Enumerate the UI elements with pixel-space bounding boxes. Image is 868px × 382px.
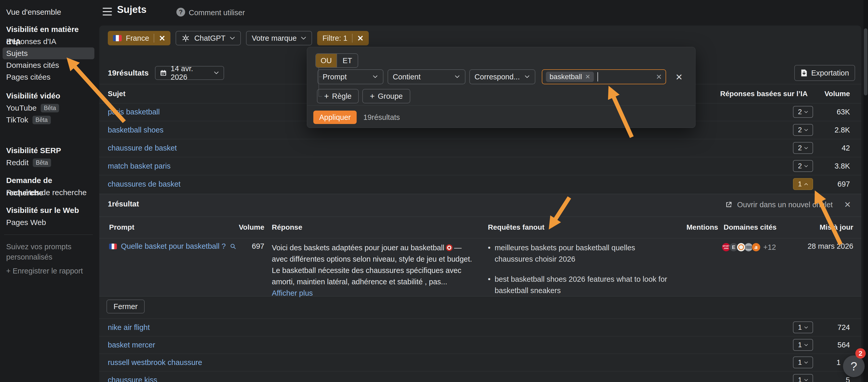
france-flag-icon (113, 35, 122, 41)
answers-dropdown-button[interactable]: 2 (793, 142, 813, 154)
detail-column-mentions: Mentions (686, 217, 718, 238)
prompt-link[interactable]: Quelle basket pour basketball ? (121, 242, 226, 251)
column-header-topic[interactable]: Sujet (108, 84, 125, 103)
apply-button[interactable]: Appliquer (313, 110, 356, 124)
how-to-use-link[interactable]: Comment utiliser (189, 8, 245, 17)
answers-dropdown-button[interactable]: 1 (793, 374, 813, 382)
open-new-tab-label: Ouvrir dans un nouvel onglet (737, 200, 833, 209)
sidebar-item-search-queries[interactable]: Requêtes de recherche (3, 187, 94, 198)
volume-value: 2.8K (835, 121, 850, 139)
topic-link[interactable]: paris basketball (108, 103, 160, 121)
column-header-volume[interactable]: Volume (825, 84, 850, 103)
operator-or-tab[interactable]: OU (316, 54, 337, 67)
sidebar-section-ai-visibility: Visibilité en matière d’IA Réponses d'IA… (3, 23, 94, 83)
engine-chip[interactable]: ChatGPT (176, 31, 241, 45)
france-flag-icon (109, 244, 117, 249)
answers-dropdown-button[interactable]: 1 (793, 339, 813, 351)
engine-chip-label: ChatGPT (194, 34, 225, 42)
sidebar-heading-serp: Visibilité SERP (3, 145, 94, 157)
field-dropdown-value: Prompt (322, 73, 347, 81)
volume-value: 564 (838, 336, 850, 354)
add-group-button[interactable]: + Groupe (362, 89, 410, 103)
topic-link[interactable]: basket mercer (108, 336, 155, 354)
answers-dropdown-button[interactable]: 2 (793, 160, 813, 172)
brand-chip[interactable]: Votre marque (246, 31, 312, 45)
question-circle-icon[interactable]: ? (176, 8, 185, 17)
favicon-club-emblem[interactable] (737, 243, 746, 252)
answers-dropdown-button-expanded[interactable]: 1 (793, 178, 813, 190)
filter-chip-bar: France ✕ ChatGPT Votre marque Filtr (108, 31, 369, 45)
export-button[interactable]: Exportation (794, 65, 855, 81)
show-more-link[interactable]: Afficher plus (272, 289, 313, 297)
sidebar-item-youtube[interactable]: YouTube Bêta (3, 102, 94, 114)
condition-dropdown[interactable]: Contient (388, 69, 465, 84)
column-header-ai-answers[interactable]: Réponses basées sur l’IA (720, 84, 808, 103)
sidebar-item-web-pages[interactable]: Pages Web (3, 217, 94, 228)
topic-link[interactable]: chaussure kiss (108, 371, 157, 382)
sidebar: Vue d'ensemble Visibilité en matière d’I… (0, 0, 97, 382)
notification-badge: 2 (856, 348, 866, 358)
volume-value: 724 (838, 319, 850, 336)
sidebar-item-cited-pages[interactable]: Pages citées (3, 71, 94, 83)
sidebar-item-label: Domaines cités (6, 61, 59, 70)
prompt-detail-panel: 1résultat Ouvrir dans un nouvel onglet ✕… (99, 194, 861, 296)
close-panel-icon[interactable]: ✕ (844, 200, 851, 210)
chevron-down-icon (301, 36, 306, 40)
sidebar-item-tiktok[interactable]: TikTok Bêta (3, 114, 94, 126)
sidebar-item-reddit[interactable]: Reddit Bêta (3, 157, 94, 168)
sidebar-section-serp-visibility: Visibilité SERP Reddit Bêta (3, 145, 94, 168)
response-line: Le basketball nécessite des chaussures s… (272, 266, 461, 275)
country-chip[interactable]: France ✕ (108, 31, 170, 45)
detail-column-volume: Volume (239, 217, 264, 238)
hamburger-menu-icon[interactable] (103, 8, 112, 15)
table-row: basket mercer 1 564 (99, 336, 861, 354)
detail-column-fanout: Requêtes fanout (488, 217, 545, 238)
open-new-tab-button[interactable]: Ouvrir dans un nouvel onglet ✕ (725, 200, 851, 210)
field-dropdown[interactable]: Prompt (317, 69, 383, 84)
match-dropdown[interactable]: Correspond... (469, 69, 535, 84)
save-report-link[interactable]: + Enregistrer le rapport (6, 267, 91, 275)
date-picker-button[interactable]: 14 avr. 2026 (155, 66, 224, 80)
sidebar-item-cited-domains[interactable]: Domaines cités (3, 59, 94, 71)
topic-link[interactable]: basketball shoes (108, 121, 163, 139)
sidebar-item-ai-answers[interactable]: Réponses d'IA (3, 36, 94, 47)
clear-input-icon[interactable]: ✕ (656, 73, 662, 81)
filter-value-input[interactable]: basketball ✕ ✕ (542, 69, 666, 84)
close-detail-button[interactable]: Fermer (106, 299, 145, 313)
operator-and-tab[interactable]: ET (337, 54, 358, 67)
topic-link[interactable]: chaussure de basket (108, 139, 177, 157)
add-rule-button[interactable]: + Règle (317, 89, 359, 103)
remove-country-icon[interactable]: ✕ (159, 34, 165, 43)
fanout-text: best basketball shoes 2026 features what… (495, 274, 674, 296)
answers-dropdown-button[interactable]: 1 (793, 356, 813, 368)
topic-link[interactable]: match basket paris (108, 157, 170, 175)
fanout-queries: meilleures baskets pour basketball quell… (488, 242, 674, 305)
answers-dropdown-button[interactable]: 2 (793, 124, 813, 136)
answers-dropdown-button[interactable]: 2 (793, 106, 813, 118)
more-domains-count[interactable]: +12 (763, 243, 776, 252)
sidebar-heading-web: Visibilité sur le Web (3, 204, 94, 217)
remove-rule-icon[interactable]: ✕ (675, 72, 683, 82)
favicon-a-orange[interactable]: a (751, 243, 761, 252)
beta-badge: Bêta (33, 159, 51, 167)
filter-chip[interactable]: Filtre: 1 ✕ (317, 31, 369, 45)
sidebar-item-label: Pages citées (6, 73, 51, 82)
answers-dropdown-button[interactable]: 1 (793, 321, 813, 333)
topic-link[interactable]: russell westbrook chaussure (108, 354, 202, 371)
help-button[interactable]: ? 2 (843, 355, 865, 377)
sidebar-item-topics[interactable]: Sujets (3, 47, 94, 59)
add-rule-label: Règle (332, 92, 351, 100)
scrollbar-thumb[interactable] (864, 28, 867, 95)
response-line: — (454, 244, 462, 252)
remove-tag-icon[interactable]: ✕ (585, 73, 590, 81)
sidebar-item-overview[interactable]: Vue d'ensemble (3, 6, 94, 18)
topic-link[interactable]: chaussures de basket (108, 175, 181, 193)
value-tag: basketball ✕ (546, 72, 594, 82)
volume-value: 1 (837, 354, 841, 371)
country-chip-label: France (126, 34, 149, 42)
response-text: Voici des baskets adaptées pour jouer au… (272, 242, 490, 299)
remove-filter-icon[interactable]: ✕ (357, 34, 364, 43)
chip-divider (352, 34, 352, 42)
topic-link[interactable]: nike air flight (108, 319, 150, 336)
answers-count: 2 (798, 144, 802, 152)
